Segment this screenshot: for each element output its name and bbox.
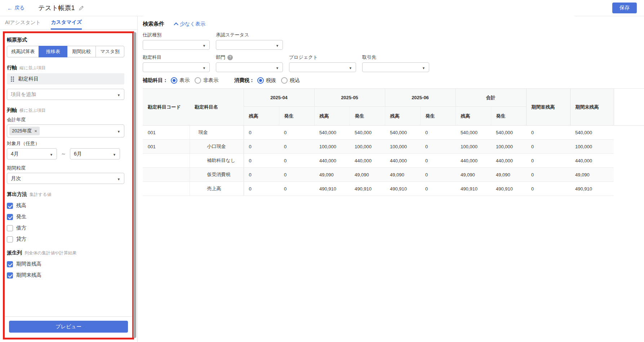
cell-value: 0 bbox=[420, 154, 456, 168]
filter-row-2: 勘定科目部門プロジェクト取引先 bbox=[143, 54, 575, 72]
cell-value: 440,000 bbox=[314, 154, 350, 168]
report-format-option-3[interactable]: マスタ別 bbox=[96, 46, 124, 57]
header-sub-3-1: 発生 bbox=[491, 107, 526, 126]
radio-selected-icon[interactable] bbox=[171, 77, 177, 84]
checkbox-unchecked-icon[interactable] bbox=[7, 236, 13, 242]
row-axis-item[interactable]: 勘定科目 bbox=[7, 73, 124, 84]
edit-title-icon[interactable] bbox=[79, 5, 84, 11]
show-less-link[interactable]: 少なく表示 bbox=[174, 21, 205, 27]
cell-value: 0 bbox=[244, 140, 279, 154]
cell-value: 49,090 bbox=[314, 168, 350, 182]
cell-value: 540,000 bbox=[350, 126, 385, 140]
radio-option-0-1[interactable]: 非表示 bbox=[195, 77, 218, 84]
row1-filter-select-0[interactable] bbox=[143, 40, 210, 50]
row2-filter-label-1: 部門 bbox=[216, 54, 283, 61]
derived-checkbox-list: 期間首残高期間末残高 bbox=[7, 261, 124, 279]
derived-checkbox-0[interactable]: 期間首残高 bbox=[7, 261, 124, 267]
cell-account-code: 001 bbox=[143, 140, 190, 154]
row1-filter-select-1[interactable] bbox=[216, 40, 283, 50]
chevron-down-icon bbox=[422, 65, 425, 70]
row2-filter-select-3[interactable] bbox=[362, 62, 429, 72]
preview-button[interactable]: プレビュー bbox=[9, 321, 128, 333]
preview-bar: プレビュー bbox=[5, 316, 132, 338]
report-format-option-2[interactable]: 期間比較 bbox=[67, 46, 96, 57]
radio-unselected-icon[interactable] bbox=[195, 77, 201, 84]
month-from-select[interactable]: 4月 bbox=[7, 148, 57, 159]
chevron-down-icon bbox=[113, 151, 116, 157]
radio-option-0-0[interactable]: 表示 bbox=[171, 77, 190, 84]
tab-customize[interactable]: カスタマイズ bbox=[51, 16, 82, 30]
col-axis-header: 列軸 横に並ぶ項目 bbox=[7, 107, 124, 114]
checkbox-checked-icon[interactable] bbox=[7, 261, 13, 267]
method-checkbox-2[interactable]: 借方 bbox=[7, 225, 124, 231]
chevron-down-icon bbox=[203, 65, 206, 70]
header-account-code: 勘定科目コード bbox=[143, 89, 190, 126]
report-format-option-1[interactable]: 推移表 bbox=[39, 46, 67, 57]
tab-ai-assistant[interactable]: AIアシスタント bbox=[5, 16, 41, 29]
radio-unselected-icon[interactable] bbox=[281, 77, 288, 84]
cell-value: 540,000 bbox=[456, 126, 491, 140]
fiscal-year-select[interactable]: 2025年度 bbox=[7, 124, 124, 137]
method-checkbox-3[interactable]: 貸方 bbox=[7, 236, 124, 242]
header-group-3: 合計 bbox=[456, 89, 526, 107]
chip-remove-icon[interactable] bbox=[34, 129, 37, 133]
checkbox-checked-icon[interactable] bbox=[7, 272, 13, 279]
header-group-0: 2025-04 bbox=[244, 89, 314, 107]
filter-label-text: 仕訳種別 bbox=[143, 32, 161, 38]
add-item-select[interactable]: 項目を追加 bbox=[7, 89, 124, 100]
checkbox-checked-icon[interactable] bbox=[7, 214, 13, 220]
cell-value: 490,910 bbox=[385, 182, 420, 196]
radio-option-1-0[interactable]: 税抜 bbox=[257, 77, 276, 84]
derived-sublabel: 列全体の集計値や計算結果 bbox=[25, 250, 77, 256]
back-label: 戻る bbox=[14, 5, 25, 11]
month-from-value: 4月 bbox=[11, 151, 19, 157]
method-checkbox-label: 発生 bbox=[16, 214, 26, 220]
drag-handle-icon[interactable] bbox=[10, 76, 14, 82]
radio-option-1-1[interactable]: 税込 bbox=[281, 77, 300, 84]
chevron-down-icon bbox=[203, 42, 206, 48]
sidebar-scrollbar[interactable] bbox=[133, 32, 136, 338]
table-row: 補助科目なし00440,000440,000440,0000440,000440… bbox=[143, 154, 644, 168]
derived-checkbox-1[interactable]: 期間末残高 bbox=[7, 272, 124, 279]
method-checkbox-label: 借方 bbox=[16, 225, 26, 231]
header-group-2: 2025-06 bbox=[385, 89, 456, 107]
granularity-select[interactable]: 月次 bbox=[7, 173, 124, 184]
radio-selected-icon[interactable] bbox=[257, 77, 264, 84]
annotation-highlight-box: 帳票形式 残高試算表推移表期間比較マスタ別 行軸 縦に並ぶ項目 勘定科目 項目を… bbox=[3, 31, 134, 339]
method-checkbox-1[interactable]: 発生 bbox=[7, 214, 124, 220]
cell-value: 440,000 bbox=[456, 154, 491, 168]
row2-filter-select-1[interactable] bbox=[216, 62, 283, 72]
month-to-select[interactable]: 6月 bbox=[70, 148, 120, 159]
help-icon[interactable] bbox=[227, 55, 233, 60]
checkbox-unchecked-icon[interactable] bbox=[7, 225, 13, 231]
row2-filter-label-2: プロジェクト bbox=[289, 54, 356, 61]
filter-label-text: プロジェクト bbox=[289, 54, 318, 61]
cell-value: 49,090 bbox=[350, 168, 385, 182]
row2-filter-1: 部門 bbox=[216, 54, 283, 72]
search-conditions-card: 検索条件 少なく表示 仕訳種別承認ステータス 勘定科目部門プロジェクト取引先 補… bbox=[143, 16, 575, 84]
cell-value: 0 bbox=[244, 126, 279, 140]
method-checkbox-label: 貸方 bbox=[16, 236, 26, 242]
report-format-option-0[interactable]: 残高試算表 bbox=[7, 46, 39, 57]
cell-account-name: 補助科目なし bbox=[190, 154, 244, 168]
derived-header: 派生列 列全体の集計値や計算結果 bbox=[7, 250, 124, 256]
cell-value: 0 bbox=[279, 168, 314, 182]
save-button[interactable]: 保存 bbox=[612, 3, 637, 13]
radio-option-label: 税込 bbox=[290, 77, 300, 84]
chevron-down-icon bbox=[349, 65, 352, 70]
header-extra-0: 期間首残高 bbox=[526, 89, 570, 126]
cell-value: 49,090 bbox=[570, 168, 614, 182]
title-wrap: テスト帳票1 bbox=[38, 4, 84, 12]
back-link[interactable]: 戻る bbox=[7, 5, 25, 11]
row-axis-header: 行軸 縦に並ぶ項目 bbox=[7, 65, 124, 71]
cell-account-code bbox=[143, 168, 190, 182]
row2-filter-select-2[interactable] bbox=[289, 62, 356, 72]
search-conditions-title: 検索条件 bbox=[143, 21, 164, 27]
row2-filter-select-0[interactable] bbox=[143, 62, 210, 72]
cell-value: 100,000 bbox=[350, 140, 385, 154]
table-row: 001小口現金00100,000100,000100,0000100,00010… bbox=[143, 140, 644, 154]
methods-header: 算出方法 集計する値 bbox=[7, 191, 124, 198]
checkbox-checked-icon[interactable] bbox=[7, 203, 13, 209]
method-checkbox-0[interactable]: 残高 bbox=[7, 202, 124, 209]
main-content: 検索条件 少なく表示 仕訳種別承認ステータス 勘定科目部門プロジェクト取引先 補… bbox=[138, 16, 644, 342]
